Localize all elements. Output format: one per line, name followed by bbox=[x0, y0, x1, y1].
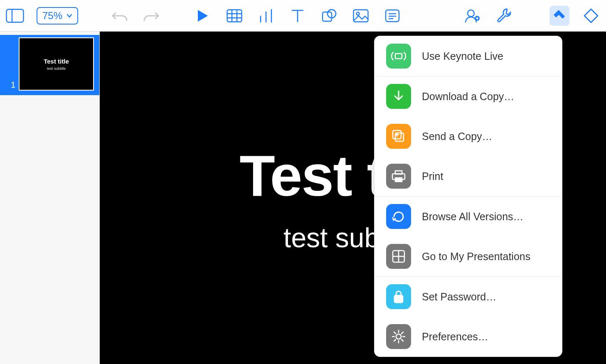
slide-number: 1 bbox=[4, 80, 15, 91]
chevron-down-icon bbox=[67, 11, 72, 20]
menu-item-download-copy[interactable]: Download a Copy… bbox=[374, 76, 562, 116]
insert-text-button[interactable] bbox=[288, 6, 308, 26]
svg-line-43 bbox=[394, 332, 396, 334]
svg-line-44 bbox=[402, 339, 403, 341]
zoom-select[interactable]: 75% bbox=[37, 7, 78, 25]
collaborate-button[interactable] bbox=[462, 6, 482, 26]
insert-comment-button[interactable] bbox=[382, 6, 402, 26]
menu-item-browse-versions[interactable]: Browse All Versions… bbox=[374, 197, 562, 236]
toolbar: 75% bbox=[0, 0, 606, 32]
grid-icon bbox=[386, 244, 411, 269]
svg-rect-25 bbox=[395, 54, 402, 59]
menu-item-my-presentations[interactable]: Go to My Presentations bbox=[374, 236, 562, 276]
menu-item-preferences[interactable]: Preferences… bbox=[374, 317, 562, 357]
play-button[interactable] bbox=[193, 6, 213, 26]
svg-rect-32 bbox=[395, 171, 402, 174]
svg-rect-14 bbox=[354, 10, 368, 22]
insert-image-button[interactable] bbox=[351, 6, 371, 26]
gear-icon bbox=[386, 324, 411, 349]
svg-line-45 bbox=[402, 332, 403, 334]
slide-thumbnail-preview: Test title test subtitle bbox=[19, 37, 94, 91]
redo-button[interactable] bbox=[141, 6, 161, 26]
zoom-value: 75% bbox=[42, 10, 62, 22]
svg-rect-2 bbox=[227, 10, 242, 22]
svg-rect-33 bbox=[395, 178, 402, 182]
history-icon bbox=[386, 204, 411, 229]
insert-table-button[interactable] bbox=[224, 6, 244, 26]
slide-thumbnail-1[interactable]: 1 Test title test subtitle bbox=[0, 35, 99, 95]
svg-point-20 bbox=[468, 10, 474, 17]
svg-line-46 bbox=[394, 339, 396, 341]
menu-item-send-copy[interactable]: Send a Copy… bbox=[374, 116, 562, 156]
svg-rect-37 bbox=[394, 295, 403, 303]
insert-chart-button[interactable] bbox=[256, 6, 276, 26]
menu-item-print[interactable]: Print bbox=[374, 156, 562, 196]
lock-icon bbox=[386, 284, 411, 309]
format-panel-button[interactable] bbox=[549, 6, 569, 26]
print-icon bbox=[386, 164, 411, 189]
send-copy-icon bbox=[386, 124, 411, 149]
svg-point-15 bbox=[357, 12, 360, 15]
tools-menu-dropdown: Use Keynote Live Download a Copy… Send a… bbox=[374, 36, 562, 357]
svg-point-38 bbox=[396, 334, 401, 339]
menu-item-keynote-live[interactable]: Use Keynote Live bbox=[374, 36, 562, 76]
broadcast-icon bbox=[386, 44, 411, 69]
svg-rect-0 bbox=[7, 9, 24, 22]
download-icon bbox=[386, 84, 411, 109]
insert-shape-button[interactable] bbox=[319, 6, 339, 26]
animate-panel-button[interactable] bbox=[581, 6, 601, 26]
view-toggle-button[interactable] bbox=[5, 6, 25, 26]
undo-button[interactable] bbox=[110, 6, 130, 26]
tools-menu-button[interactable] bbox=[494, 6, 514, 26]
slide-navigator[interactable]: 1 Test title test subtitle bbox=[0, 32, 100, 364]
menu-item-set-password[interactable]: Set Password… bbox=[374, 277, 562, 317]
